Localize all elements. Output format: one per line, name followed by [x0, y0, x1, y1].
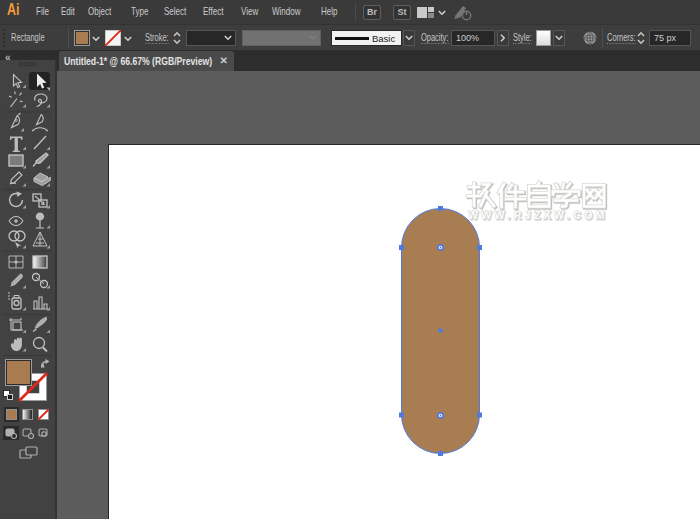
svg-text:WWW.RJZXW.COM: WWW.RJZXW.COM: [468, 209, 608, 221]
